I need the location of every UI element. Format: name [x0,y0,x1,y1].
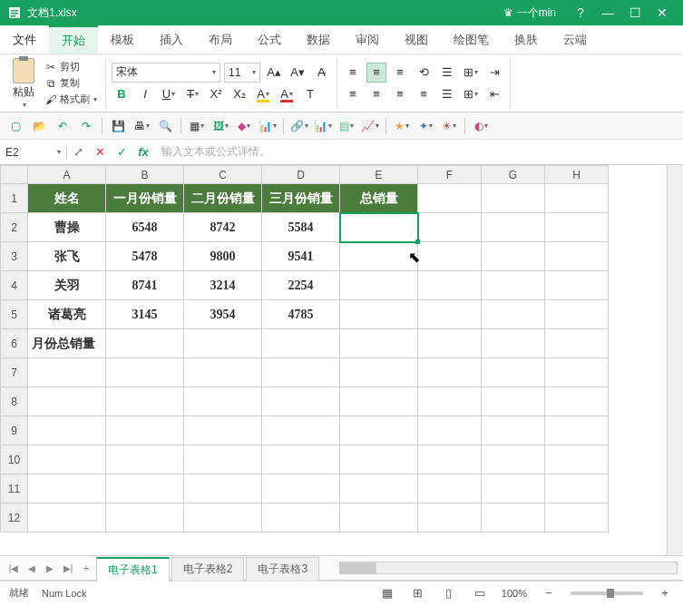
row-header[interactable]: 12 [1,504,28,533]
menu-template[interactable]: 模板 [98,25,147,54]
col-header[interactable]: A [28,166,106,184]
cell[interactable] [262,416,340,445]
col-header[interactable]: B [106,166,184,184]
menu-home[interactable]: 开始 [49,25,98,54]
font-name-select[interactable]: 宋体▾ [112,63,220,83]
font-color-button[interactable]: A▾ [277,84,297,104]
cell[interactable] [340,300,418,329]
cell[interactable] [545,300,609,329]
cell[interactable] [545,445,609,474]
format-painter-button[interactable]: 🖌格式刷▾ [42,92,100,107]
menu-insert[interactable]: 插入 [147,25,196,54]
cell[interactable] [340,416,418,445]
cell[interactable] [340,271,418,300]
cell[interactable]: 诸葛亮 [28,300,106,329]
cell[interactable] [340,387,418,416]
tab-nav-prev[interactable]: ◀ [24,563,40,573]
cell[interactable] [482,300,545,329]
cell[interactable] [184,445,262,474]
cell[interactable]: 5478 [106,242,184,271]
help-button[interactable]: ? [567,5,594,20]
cell[interactable]: 6548 [106,213,184,242]
horizontal-scrollbar[interactable] [339,562,678,574]
cell[interactable] [28,358,106,387]
cell[interactable]: 一月份销量 [106,184,184,213]
menu-layout[interactable]: 布局 [196,25,245,54]
underline-button[interactable]: U▾ [159,84,179,104]
cell[interactable] [340,242,418,271]
cell[interactable] [418,213,482,242]
col-header[interactable]: H [545,166,609,184]
fill-color-button[interactable]: A▾ [253,84,273,104]
cell[interactable] [418,329,482,358]
cell[interactable]: 总销量 [340,184,418,213]
cell[interactable] [482,213,545,242]
align-top-button[interactable]: ≡ [343,63,363,83]
cell[interactable] [482,358,545,387]
cell[interactable] [106,387,184,416]
cell[interactable]: 3145 [106,300,184,329]
cell[interactable] [28,474,106,504]
save-button[interactable]: 💾 [108,116,128,136]
cell[interactable] [184,416,262,445]
bar-chart-button[interactable]: ▤▾ [337,116,356,136]
menu-review[interactable]: 审阅 [343,25,392,54]
cell[interactable] [262,474,340,504]
cell[interactable] [545,387,609,416]
cut-button[interactable]: ✂剪切 [42,59,100,74]
spreadsheet-grid[interactable]: A B C D E F G H 1 姓名 一月份销量 二月份销量 三月份销量 总… [0,165,609,533]
cell[interactable] [418,358,482,387]
close-button[interactable]: ✕ [649,5,676,20]
cell[interactable] [28,445,106,474]
orientation-button[interactable]: ⟲ [414,63,434,83]
row-header[interactable]: 2 [1,213,28,242]
cell[interactable]: 三月份销量 [262,184,340,213]
row-header[interactable]: 8 [1,387,28,416]
undo-button[interactable]: ↶ [53,116,73,136]
menu-file[interactable]: 文件 [0,25,49,54]
cell[interactable] [106,504,184,533]
cell-selected[interactable] [340,213,418,242]
cell[interactable]: 月份总销量 [28,329,106,358]
cell[interactable] [418,242,482,271]
row-header[interactable]: 7 [1,358,28,387]
cell[interactable] [545,416,609,445]
cell[interactable] [262,358,340,387]
col-header[interactable]: G [482,166,545,184]
link-button[interactable]: 🔗▾ [289,116,309,136]
row-header[interactable]: 10 [1,445,28,474]
name-box[interactable]: E2▾ [0,146,67,159]
cell[interactable]: 9800 [184,242,262,271]
merge-button[interactable]: ⊞▾ [461,63,481,83]
cell[interactable] [482,416,545,445]
font-size-select[interactable]: 11▾ [224,63,260,83]
zoom-slider[interactable] [571,592,643,595]
align-left-button[interactable]: ≡ [343,84,363,104]
view-reading-button[interactable]: ▭ [471,586,489,600]
view-break-button[interactable]: ▯ [440,586,458,600]
cell[interactable] [106,445,184,474]
cell[interactable] [482,504,545,533]
align-bottom-button[interactable]: ≡ [390,63,410,83]
cell[interactable] [418,445,482,474]
tab-nav-first[interactable]: |◀ [5,563,22,573]
menu-formula[interactable]: 公式 [245,25,294,54]
shapes-button[interactable]: ◆▾ [234,116,254,136]
align-center-button[interactable]: ≡ [366,84,386,104]
cell[interactable] [340,504,418,533]
cell[interactable] [184,329,262,358]
cell[interactable] [262,504,340,533]
cell[interactable] [545,358,609,387]
cell[interactable] [184,387,262,416]
row-header[interactable]: 11 [1,474,28,504]
cell[interactable]: 张飞 [28,242,106,271]
expand-button[interactable]: ⤢ [67,145,89,159]
cell[interactable] [545,213,609,242]
cell[interactable] [482,329,545,358]
menu-skin[interactable]: 换肤 [502,25,551,54]
superscript-button[interactable]: X² [206,84,226,104]
align-right-button[interactable]: ≡ [390,84,410,104]
picture-button[interactable]: 🖼▾ [210,116,230,136]
cell[interactable] [545,474,609,504]
row-header[interactable]: 1 [1,184,28,213]
